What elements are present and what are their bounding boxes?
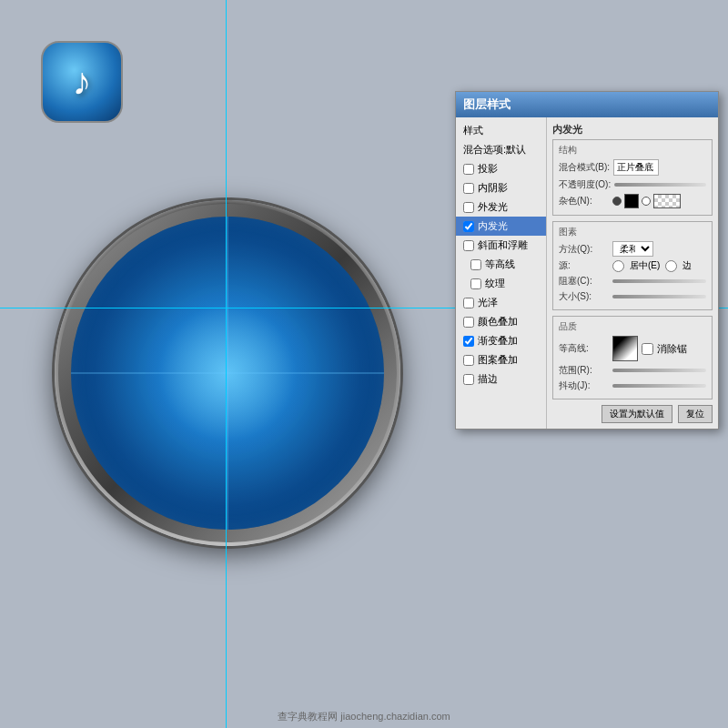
gradient-overlay-item[interactable]: 渐变叠加 (456, 331, 546, 350)
quality-label: 品质 (559, 320, 706, 333)
blend-mode-row-value[interactable]: 正片叠底 (613, 159, 659, 176)
pattern-overlay-check[interactable] (463, 355, 474, 366)
satin-item[interactable]: 光泽 (456, 293, 546, 312)
watermark-text: 查字典教程网 jiaocheng.chazidian.com (278, 711, 450, 722)
range-row: 范围(R): (559, 364, 706, 377)
source-center-label: 居中(E) (630, 259, 660, 272)
blend-mode-label: 混合选项:默认 (463, 143, 526, 157)
jitter-row: 抖动(J): (559, 379, 706, 392)
swatch-circle-black[interactable] (612, 197, 622, 206)
color-overlay-label: 颜色叠加 (478, 315, 518, 329)
glow-center (146, 291, 309, 455)
size-label: 大小(S): (559, 290, 609, 303)
structure-group: 结构 混合模式(B): 正片叠底 不透明度(O): 杂色(N): (552, 139, 713, 216)
texture-label: 纹理 (485, 277, 505, 290)
opacity-row: 不透明度(O): (559, 178, 706, 191)
stroke-item[interactable]: 描边 (456, 369, 546, 389)
color-swatch-group (612, 194, 681, 208)
source-center-radio[interactable] (612, 260, 624, 272)
set-default-button[interactable]: 设置为默认值 (602, 405, 672, 423)
dialog-body: 样式 混合选项:默认 投影 内阴影 外发光 内发光 斜面 (456, 117, 718, 429)
contour-row: 等高线: 消除锯 (559, 336, 706, 361)
opacity-label: 不透明度(O): (559, 178, 611, 191)
dialog-titlebar: 图层样式 (456, 92, 718, 117)
inner-glow-check[interactable] (463, 221, 474, 232)
blend-mode-item[interactable]: 混合选项:默认 (456, 140, 546, 159)
inner-circle (71, 217, 384, 530)
big-circle-container (46, 136, 410, 610)
blend-mode-row: 混合模式(B): 正片叠底 (559, 159, 706, 176)
reset-button[interactable]: 复位 (678, 405, 713, 423)
styles-panel: 样式 混合选项:默认 投影 内阴影 外发光 内发光 斜面 (456, 117, 547, 429)
gradient-overlay-check[interactable] (463, 336, 474, 347)
inner-shadow-item[interactable]: 内阴影 (456, 178, 546, 197)
source-edge-label: 边 (682, 259, 692, 272)
stroke-check[interactable] (463, 374, 474, 385)
elements-label: 图素 (559, 226, 706, 238)
choke-label: 阻塞(C): (559, 275, 609, 288)
layer-style-dialog: 图层样式 样式 混合选项:默认 投影 内阴影 外发光 内发光 (455, 91, 719, 430)
noise-row: 杂色(N): (559, 194, 706, 208)
contour-item[interactable]: 等高线 (456, 255, 546, 274)
method-row: 方法(Q): 柔和 精确 (559, 241, 706, 257)
bevel-emboss-check[interactable] (463, 240, 474, 251)
inner-glow-label: 内发光 (478, 219, 508, 233)
gradient-overlay-label: 渐变叠加 (478, 334, 518, 348)
range-label: 范围(R): (559, 364, 609, 377)
drop-shadow-label: 投影 (478, 162, 498, 176)
stroke-label: 描边 (478, 372, 498, 386)
antialiased-label: 消除锯 (657, 342, 687, 356)
source-radio-group: 居中(E) 边 (612, 259, 692, 272)
noise-label: 杂色(N): (559, 195, 609, 207)
blend-mode-row-label: 混合模式(B): (559, 161, 610, 174)
color-overlay-check[interactable] (463, 317, 474, 328)
outer-glow-item[interactable]: 外发光 (456, 197, 546, 217)
contour-row-label: 等高线: (559, 342, 609, 355)
pattern-overlay-item[interactable]: 图案叠加 (456, 350, 546, 369)
drop-shadow-item[interactable]: 投影 (456, 159, 546, 178)
contour-label: 等高线 (485, 258, 515, 271)
bevel-emboss-label: 斜面和浮雕 (478, 238, 528, 252)
inner-shadow-label: 内阴影 (478, 181, 508, 195)
choke-row: 阻塞(C): (559, 275, 706, 288)
watermark: 查字典教程网 jiaocheng.chazidian.com (278, 710, 450, 723)
bevel-emboss-item[interactable]: 斜面和浮雕 (456, 236, 546, 255)
texture-item[interactable]: 纹理 (456, 274, 546, 293)
jitter-label: 抖动(J): (559, 379, 609, 392)
jitter-slider[interactable] (612, 384, 706, 388)
inner-glow-item[interactable]: 内发光 (456, 217, 546, 236)
itunes-icon-preview (41, 41, 123, 123)
dialog-footer-buttons: 设置为默认值 复位 (552, 405, 713, 423)
texture-check[interactable] (470, 278, 481, 289)
method-label: 方法(Q): (559, 243, 609, 256)
settings-panel: 内发光 结构 混合模式(B): 正片叠底 不透明度(O): 杂色(N): (547, 117, 718, 429)
contour-check[interactable] (470, 259, 481, 270)
range-slider[interactable] (612, 369, 706, 372)
source-row: 源: 居中(E) 边 (559, 259, 706, 272)
outer-glow-check[interactable] (463, 202, 474, 213)
size-slider[interactable] (612, 295, 706, 298)
pattern-overlay-label: 图案叠加 (478, 353, 518, 367)
inner-glow-section-title: 内发光 (552, 123, 713, 136)
swatch-circle-white[interactable] (642, 197, 651, 206)
inner-shadow-check[interactable] (463, 183, 474, 194)
satin-check[interactable] (463, 298, 474, 308)
contour-thumbnail[interactable] (612, 336, 638, 361)
source-edge-radio[interactable] (665, 260, 677, 272)
color-overlay-item[interactable]: 颜色叠加 (456, 312, 546, 331)
swatch-checker[interactable] (653, 194, 681, 208)
swatch-black[interactable] (624, 194, 639, 208)
satin-label: 光泽 (478, 296, 498, 309)
source-label: 源: (559, 259, 609, 272)
elements-group: 图素 方法(Q): 柔和 精确 源: 居中(E) 边 (552, 221, 713, 310)
big-circle-button[interactable] (55, 200, 400, 546)
opacity-slider[interactable] (614, 183, 706, 187)
dialog-title: 图层样式 (463, 96, 511, 113)
drop-shadow-check[interactable] (463, 164, 474, 175)
method-dropdown[interactable]: 柔和 精确 (612, 241, 653, 257)
choke-slider[interactable] (612, 279, 706, 283)
styles-header-label: 样式 (456, 121, 546, 140)
antialiased-check[interactable] (642, 343, 653, 355)
outer-glow-label: 外发光 (478, 200, 508, 214)
size-row: 大小(S): (559, 290, 706, 303)
